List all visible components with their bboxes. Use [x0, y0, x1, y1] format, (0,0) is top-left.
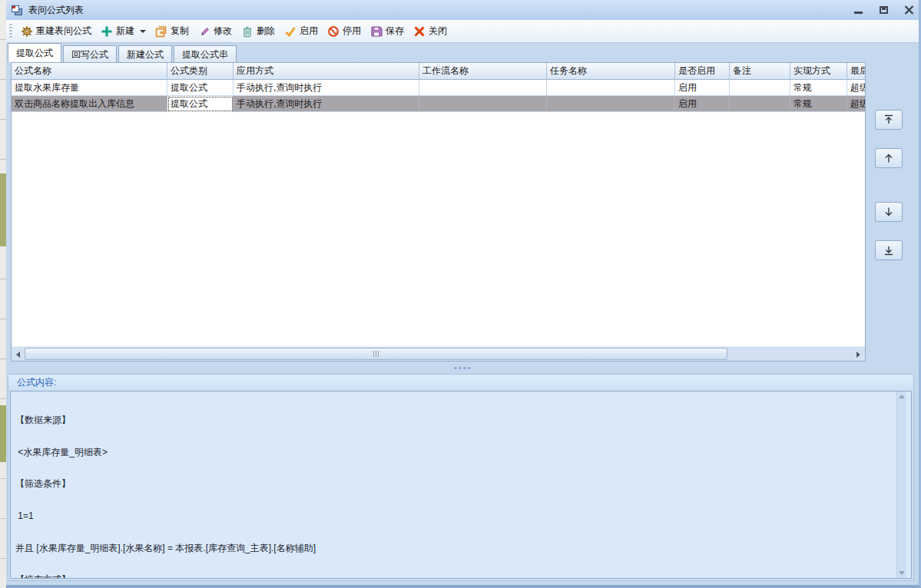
maximize-icon[interactable] [877, 5, 890, 15]
check-icon [284, 25, 297, 38]
cell-formula-type-focused[interactable]: 提取公式 [167, 96, 234, 112]
formula-line: <水果库存量_明细表> [15, 448, 906, 458]
tab-strip: 提取公式 回写公式 新建公式 提取公式串 [8, 43, 238, 62]
formula-content-text[interactable]: 【数据来源】 <水果库存量_明细表> 【筛选条件】 1=1 并且 [水果库存量_… [10, 391, 912, 579]
toolbar: 重建表间公式 新建 复制 [6, 20, 919, 43]
cell-apply-mode[interactable]: 手动执行,查询时执行 [234, 80, 419, 96]
modify-label: 修改 [214, 25, 232, 38]
move-up-button[interactable] [875, 148, 903, 168]
cell-workflow-name[interactable] [419, 80, 547, 96]
plus-icon [101, 25, 113, 38]
disable-button[interactable]: 停用 [323, 22, 366, 40]
window-title: 表间公式列表 [28, 4, 84, 17]
cell-remark[interactable] [730, 80, 790, 96]
cell-task-name[interactable] [547, 96, 675, 112]
move-down-icon [883, 206, 895, 218]
formula-line: 【筛选条件】 [15, 479, 906, 490]
title-bar[interactable]: 表间公式列表 [6, 0, 919, 20]
column-header[interactable]: 实现方式 [790, 63, 847, 80]
table-row-selected[interactable]: 双击商品名称提取出入库信息 提取公式 手动执行,查询时执行 启用 常规 超级 [12, 96, 865, 112]
tab-extract-formula-chain[interactable]: 提取公式串 [174, 45, 237, 62]
cell-last-modified[interactable]: 超级 [847, 80, 866, 96]
toolbar-grip-icon[interactable] [9, 24, 12, 39]
cell-impl-mode[interactable]: 常规 [790, 96, 847, 112]
new-button[interactable]: 新建 [96, 22, 151, 40]
cell-last-modified[interactable]: 超级 [847, 96, 866, 112]
cell-remark[interactable] [730, 96, 790, 112]
cell-enabled[interactable]: 启用 [675, 96, 730, 112]
scroll-up-icon[interactable] [899, 395, 905, 398]
pencil-icon [198, 25, 210, 38]
scroll-down-icon[interactable] [899, 571, 905, 575]
tab-extract-formula[interactable]: 提取公式 [8, 43, 61, 62]
column-header[interactable]: 是否启用 [675, 63, 730, 80]
rebuild-formulas-button[interactable]: 重建表间公式 [16, 22, 96, 40]
cell-formula-name[interactable]: 双击商品名称提取出入库信息 [12, 96, 167, 112]
vertical-scrollbar[interactable] [896, 391, 906, 578]
table-row[interactable]: 提取水果库存量 提取公式 手动执行,查询时执行 启用 常规 超级 [12, 80, 865, 96]
scrollbar-thumb[interactable] [25, 348, 727, 360]
formula-line: 【填充方式】 [15, 575, 906, 579]
new-label: 新建 [116, 25, 134, 38]
move-to-top-button[interactable] [875, 110, 903, 130]
close-x-icon [413, 25, 426, 38]
chevron-down-icon[interactable] [140, 30, 146, 33]
delete-label: 删除 [257, 25, 275, 38]
disable-label: 停用 [343, 25, 361, 38]
horizontal-scrollbar[interactable] [12, 346, 865, 361]
move-to-bottom-icon [883, 244, 895, 256]
move-to-top-icon [883, 114, 895, 126]
column-header[interactable]: 工作流名称 [419, 63, 547, 80]
cell-apply-mode[interactable]: 手动执行,查询时执行 [234, 96, 419, 112]
column-header[interactable]: 备注 [730, 63, 790, 80]
save-icon [370, 25, 383, 38]
block-icon [327, 25, 340, 38]
enable-button[interactable]: 启用 [280, 22, 323, 40]
screen: 表间公式列表 重建表间公式 [0, 0, 921, 588]
modify-button[interactable]: 修改 [194, 22, 237, 40]
cell-formula-type[interactable]: 提取公式 [167, 80, 234, 96]
window-controls [852, 5, 915, 15]
grid-header-row: 公式名称 公式类别 应用方式 工作流名称 任务名称 是否启用 备注 实现方式 最… [12, 63, 865, 80]
winform-icon [12, 5, 23, 15]
formula-grid: 公式名称 公式类别 应用方式 工作流名称 任务名称 是否启用 备注 实现方式 最… [11, 62, 866, 362]
move-to-bottom-button[interactable] [875, 240, 903, 260]
cell-enabled[interactable]: 启用 [675, 80, 730, 96]
splitter-grip-icon [455, 367, 471, 369]
tab-writeback-formula[interactable]: 回写公式 [63, 45, 117, 62]
column-header[interactable]: 公式名称 [12, 63, 167, 80]
save-button[interactable]: 保存 [366, 22, 409, 40]
formula-line: 并且 [水果库存量_明细表].[水果名称] = 本报表.[库存查询_主表].[名… [15, 543, 906, 554]
background-block [0, 173, 6, 246]
move-down-button[interactable] [875, 202, 903, 222]
close-button[interactable]: 关闭 [409, 22, 452, 40]
cell-formula-name[interactable]: 提取水果库存量 [12, 80, 167, 96]
background-strip [0, 0, 6, 588]
gear-icon [21, 25, 33, 38]
copy-button[interactable]: 复制 [151, 22, 194, 40]
formula-line: 【数据来源】 [15, 415, 906, 426]
delete-button[interactable]: 删除 [237, 22, 280, 40]
formula-line: 1=1 [15, 511, 906, 522]
background-block [0, 405, 6, 462]
move-up-icon [883, 152, 895, 164]
minimize-icon[interactable] [852, 5, 864, 15]
enable-label: 启用 [300, 25, 318, 38]
column-header[interactable]: 公式类别 [167, 63, 234, 80]
cell-impl-mode[interactable]: 常规 [790, 80, 847, 96]
rebuild-formulas-label: 重建表间公式 [36, 25, 91, 38]
cell-workflow-name[interactable] [419, 96, 547, 112]
copy-label: 复制 [171, 25, 189, 38]
window-close-icon[interactable] [903, 5, 915, 15]
cell-task-name[interactable] [547, 80, 675, 96]
tab-new-formula[interactable]: 新建公式 [118, 45, 172, 62]
column-header[interactable]: 最后 [847, 63, 866, 80]
column-header[interactable]: 任务名称 [547, 63, 675, 80]
save-label: 保存 [386, 25, 404, 38]
copy-icon [155, 25, 167, 38]
scroll-right-icon[interactable] [852, 347, 865, 362]
formula-content-panel: 公式内容: 【数据来源】 <水果库存量_明细表> 【筛选条件】 1=1 并且 [… [8, 374, 914, 581]
column-header[interactable]: 应用方式 [234, 63, 419, 80]
splitter-handle[interactable] [6, 362, 919, 374]
scroll-left-icon[interactable] [12, 347, 25, 362]
